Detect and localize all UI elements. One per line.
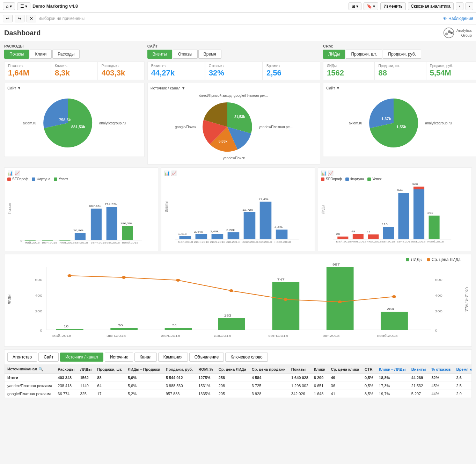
th-ctr: CTR	[362, 365, 376, 374]
legend-fortuna: Фартуна	[32, 177, 50, 181]
svg-text:6,83k: 6,83k	[219, 139, 227, 143]
edit-btn[interactable]: Изменить	[380, 2, 405, 10]
table-tab-source-channel[interactable]: Источник / канал	[60, 353, 103, 362]
row1-romi: 1531%	[196, 382, 216, 390]
totals-pokazy: 1 640 028	[288, 374, 311, 382]
svg-text:667,65k: 667,65k	[89, 204, 102, 208]
table-tab-keyword[interactable]: Ключевое слово	[225, 353, 268, 362]
rasxody-metrics: Показы↑↓ 1,64M Клики↑↓ 8,3k Расходы↑↓ 40…	[4, 61, 145, 80]
totals-lidy-prod: 5,6%	[125, 374, 163, 382]
bookmark-btn[interactable]: 🔖 ▾	[364, 2, 378, 10]
crm-label: CRM:	[323, 44, 476, 48]
svg-point-3	[451, 32, 453, 34]
row1-sr-cena-lida: 208	[216, 382, 249, 390]
svg-point-1	[445, 32, 448, 35]
pie-site-dropdown[interactable]: Источник / канал ▼	[151, 86, 317, 90]
nabl-btn[interactable]: 👁 Наблюдения	[443, 16, 473, 21]
tab-prodazhi-sht[interactable]: Продажи, шт.	[346, 50, 382, 59]
bar-icon-lidy[interactable]: 📊	[321, 171, 327, 176]
metric-otkazy-value: 32%	[209, 68, 259, 78]
row1-otkazy: 45%	[429, 382, 453, 390]
display-btn[interactable]: ⊞ ▾	[349, 2, 361, 10]
pie-rasxody-dropdown[interactable]: Сайт ▼	[7, 86, 141, 90]
toolbar-right: ⊞ ▾ 🔖 ▾ Изменить Сквозная аналитика ‹ ›	[349, 2, 473, 10]
table-tab-channel[interactable]: Канал	[134, 353, 157, 362]
nav-next-btn[interactable]: ›	[466, 2, 473, 10]
metric-lidy: ЛИДы 1562	[323, 61, 374, 80]
svg-text:окт.2018: окт.2018	[412, 240, 425, 243]
legend-uspeh-dot	[54, 177, 57, 181]
svg-rect-38	[212, 234, 224, 239]
svg-text:нояб.2018: нояб.2018	[377, 334, 398, 338]
pie-site: Источник / канал ▼ direct/Прямой заход g…	[147, 83, 320, 165]
svg-text:291: 291	[427, 211, 433, 215]
svg-text:июл.2018: июл.2018	[161, 334, 180, 338]
svg-text:Визиты: Визиты	[164, 201, 168, 212]
clear-btn[interactable]: ✕	[27, 15, 36, 22]
line-icon-vizity[interactable]: 📈	[171, 171, 177, 176]
tab-lidy[interactable]: ЛИДы	[323, 50, 345, 59]
metric-lidy-value: 1562	[327, 68, 371, 78]
nav-prev-btn[interactable]: ‹	[456, 2, 463, 10]
metric-prodazhi-rub-value: 5,54M	[430, 68, 474, 78]
row1-ctr: 0,5%	[362, 382, 376, 390]
nav-list-btn[interactable]: ☰ ▾	[17, 2, 30, 10]
page-title: Dashboard	[4, 29, 41, 37]
line-icon-lidy[interactable]: 📈	[328, 171, 334, 176]
legend-lidy: SEOпроф Фартуна Успех	[321, 177, 469, 181]
row1-rasxody: 238 418	[55, 382, 77, 390]
bar-icon-pokazy[interactable]: 📊	[7, 171, 13, 176]
site-label-google-pay: google/Платная рек...	[234, 94, 268, 97]
svg-rect-97	[218, 318, 245, 330]
search-icon[interactable]: 🔍	[38, 367, 43, 371]
svg-text:400: 400	[35, 294, 42, 297]
pie-crm-dropdown[interactable]: Сайт ▼	[326, 86, 474, 90]
tab-pokazy[interactable]: Показы	[4, 50, 29, 59]
row2-romi: 1335%	[196, 390, 216, 398]
table-tab-campaign[interactable]: Кампания	[158, 353, 188, 362]
table-tab-ad[interactable]: Объявление	[189, 353, 224, 362]
svg-rect-103	[327, 267, 354, 330]
legend-fortuna-lidy-label: Фартуна	[350, 177, 364, 181]
tab-vremya[interactable]: Время	[198, 50, 221, 59]
line-icon-pokazy[interactable]: 📈	[14, 171, 20, 176]
metric-pokazy: Показы↑↓ 1,64M	[4, 61, 51, 80]
svg-text:2,49k: 2,49k	[210, 230, 219, 233]
svg-text:нояб.2018: нояб.2018	[274, 240, 291, 244]
bar-icon-vizity[interactable]: 📊	[164, 171, 170, 176]
svg-point-113	[284, 298, 287, 301]
pie-crm-right-label: analyticsgroup.ru	[422, 121, 452, 125]
tab-prodazhi-rub[interactable]: Продажи, руб.	[383, 50, 421, 59]
tab-kliki[interactable]: Клики	[30, 50, 52, 59]
th-prodazhi-sht: Продажи, шт.	[94, 365, 125, 374]
metric-vizity-value: 44,27k	[151, 68, 201, 78]
th-prodazhi-rub: Продажи, руб.	[163, 365, 196, 374]
legend-seo-lidy: SEOпроф	[321, 177, 342, 181]
svg-text:нояб.2018: нояб.2018	[122, 241, 138, 244]
table-tab-agency[interactable]: Агентство	[7, 353, 37, 362]
undo-btn[interactable]: ↩	[3, 15, 13, 22]
analytics-logo: Analytics Group	[443, 27, 472, 38]
redo-btn[interactable]: ↪	[15, 15, 24, 22]
th-rasxody: Расходы	[55, 365, 77, 374]
th-vizity: Визиты	[409, 365, 429, 374]
big-lidy-chart: ЛИДы ЛИДы Ср. цена ЛИДа	[4, 254, 472, 347]
pie-rasxody: Сайт ▼ axiom.ru 758,5k 881,53k analytics…	[4, 83, 145, 157]
svg-text:ЛИДы: ЛИДы	[321, 205, 325, 214]
totals-sr-cena-klika: 49	[328, 374, 362, 382]
crm-tabs: ЛИДы Продажи, шт. Продажи, руб.	[323, 50, 476, 59]
tab-rasxody[interactable]: Расходы	[52, 50, 80, 59]
tab-vizity[interactable]: Визиты	[147, 50, 172, 59]
svg-text:31: 31	[172, 324, 177, 327]
table-tab-source[interactable]: Источник	[105, 353, 133, 362]
svg-point-111	[176, 279, 180, 282]
nav-home-btn[interactable]: ⌂ ▾	[3, 2, 15, 10]
analytics-btn[interactable]: Сквозная аналитика	[408, 2, 454, 10]
tab-otkazy[interactable]: Отказы	[173, 50, 198, 59]
table-tab-site[interactable]: Сайт	[38, 353, 59, 362]
row2-kliki-lidy: 19,7%	[376, 390, 409, 398]
row2-pokazy: 342 026	[288, 390, 311, 398]
metric-prodazhi-sht-value: 88	[378, 68, 422, 78]
svg-text:сент.2018: сент.2018	[242, 240, 258, 244]
top-toolbar: ⌂ ▾ ☰ ▾ Demo Marketing v4.8 ⊞ ▾ 🔖 ▾ Изме…	[0, 0, 476, 13]
